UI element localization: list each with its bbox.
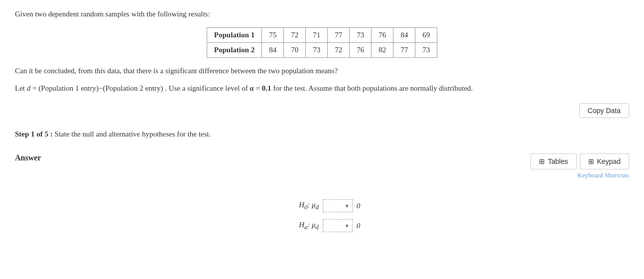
keypad-button[interactable]: ⊞ Keypad — [580, 153, 629, 169]
h0-zero: 0 — [357, 202, 361, 210]
tools-area: ⊞ Tables ⊞ Keypad Keyboard Shortcuts — [530, 153, 629, 179]
h0-select-wrapper: = ≠ < > ≤ ≥ — [323, 199, 353, 212]
p1-val-6: 76 — [372, 28, 393, 43]
p1-val-8: 69 — [415, 28, 437, 43]
hypothesis-area: H0: μd = ≠ < > ≤ ≥ 0 Ha: μd = — [15, 199, 629, 232]
tables-label: Tables — [548, 157, 568, 165]
ha-select-wrapper: = ≠ < > ≤ ≥ — [323, 219, 353, 232]
let-d-statement: Let d = (Population 1 entry)−(Population… — [15, 82, 629, 94]
keypad-icon: ⊞ — [588, 157, 594, 165]
d-definition: (Population 1 entry)−(Population 2 entry… — [38, 84, 473, 92]
h0-operator-select[interactable]: = ≠ < > ≤ ≥ — [323, 199, 353, 212]
let-prefix: Let d = — [15, 84, 36, 92]
keyboard-shortcuts-link[interactable]: Keyboard Shortcuts — [577, 171, 629, 179]
step-text: Step 1 of 5 : State the null and alterna… — [15, 130, 629, 139]
p1-val-2: 72 — [284, 28, 306, 43]
keypad-label: Keypad — [597, 157, 621, 165]
tables-icon: ⊞ — [539, 157, 545, 165]
p2-val-1: 84 — [262, 43, 284, 58]
ha-zero: 0 — [357, 222, 361, 230]
p2-val-2: 70 — [284, 43, 306, 58]
step-description: State the null and alternative hypothese… — [55, 130, 211, 138]
p1-val-3: 71 — [306, 28, 328, 43]
p1-val-5: 73 — [350, 28, 372, 43]
h0-row: H0: μd = ≠ < > ≤ ≥ 0 — [284, 199, 361, 212]
data-table: Population 1 75 72 71 77 73 76 84 69 Pop… — [207, 27, 437, 58]
p2-val-6: 82 — [372, 43, 393, 58]
question-text: Can it be concluded, from this data, tha… — [15, 67, 629, 75]
population1-header: Population 1 — [207, 28, 261, 43]
copy-data-button[interactable]: Copy Data — [579, 103, 629, 118]
ha-row: Ha: μd = ≠ < > ≤ ≥ 0 — [284, 219, 361, 232]
p1-val-1: 75 — [262, 28, 284, 43]
p2-val-4: 72 — [328, 43, 350, 58]
step-label: Step 1 of 5 : — [15, 130, 53, 138]
h0-label: H0: μd — [284, 201, 319, 211]
p2-val-3: 73 — [306, 43, 328, 58]
answer-section: Answer ⊞ Tables ⊞ Keypad Keyboard Shortc… — [15, 153, 629, 232]
intro-text: Given two dependent random samples with … — [15, 10, 629, 18]
answer-header-row: Answer ⊞ Tables ⊞ Keypad Keyboard Shortc… — [15, 153, 629, 179]
ha-label: Ha: μd — [284, 221, 319, 231]
answer-label: Answer — [15, 153, 41, 162]
p2-val-7: 77 — [393, 43, 415, 58]
data-table-container: Population 1 75 72 71 77 73 76 84 69 Pop… — [15, 27, 629, 58]
p1-val-7: 84 — [393, 28, 415, 43]
copy-data-row: Copy Data — [15, 103, 629, 118]
p2-val-5: 76 — [350, 43, 372, 58]
population2-header: Population 2 — [207, 43, 261, 58]
tables-button[interactable]: ⊞ Tables — [530, 153, 576, 169]
tools-buttons: ⊞ Tables ⊞ Keypad — [530, 153, 629, 169]
p1-val-4: 77 — [328, 28, 350, 43]
ha-operator-select[interactable]: = ≠ < > ≤ ≥ — [323, 219, 353, 232]
p2-val-8: 73 — [415, 43, 437, 58]
